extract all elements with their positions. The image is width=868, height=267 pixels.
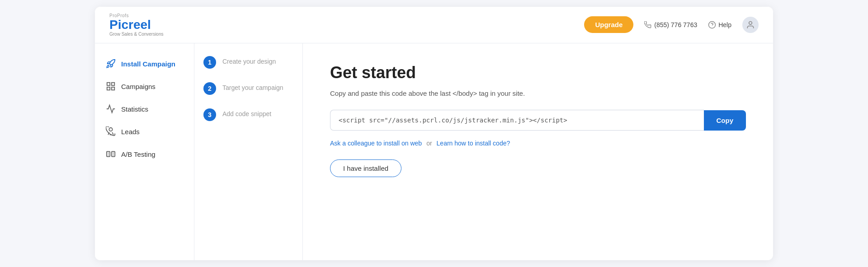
campaigns-icon xyxy=(106,81,116,91)
sidebar: Install Campaign Campaigns Statistics xyxy=(95,43,194,260)
sidebar-item-leads[interactable]: Leads xyxy=(95,120,194,143)
phone-icon xyxy=(644,21,651,28)
svg-rect-5 xyxy=(112,87,114,90)
leads-icon xyxy=(106,126,116,136)
step-3-label: Add code snippet xyxy=(222,108,271,117)
step-3-circle: 3 xyxy=(203,108,216,121)
svg-rect-3 xyxy=(112,83,114,85)
help-area[interactable]: Help xyxy=(708,21,731,29)
header: ProProfs Picreel Grow Sales & Conversion… xyxy=(95,7,773,44)
logo-proprofs: ProProfs xyxy=(109,13,164,18)
body-area: Install Campaign Campaigns Statistics xyxy=(95,43,773,260)
code-snippet-input[interactable] xyxy=(330,110,704,131)
upgrade-button[interactable]: Upgrade xyxy=(584,16,633,33)
sidebar-label-statistics: Statistics xyxy=(121,105,148,113)
page-title: Get started xyxy=(330,63,746,82)
step-1-circle: 1 xyxy=(203,56,216,69)
question-icon xyxy=(708,21,716,29)
ask-colleague-link[interactable]: Ask a colleague to install on web xyxy=(330,140,422,147)
or-label: or xyxy=(426,140,432,147)
main-content: Get started Copy and paste this code abo… xyxy=(303,43,773,260)
install-links: Ask a colleague to install on web or Lea… xyxy=(330,140,746,147)
svg-rect-8 xyxy=(112,152,115,157)
steps-panel: 1 Create your design 2 Target your campa… xyxy=(194,43,303,260)
phone-number: (855) 776 7763 xyxy=(654,21,697,28)
sidebar-item-campaigns[interactable]: Campaigns xyxy=(95,75,194,98)
logo-picreel: Picreel xyxy=(109,18,164,32)
step-1: 1 Create your design xyxy=(203,56,293,69)
svg-point-6 xyxy=(109,128,112,131)
sidebar-item-ab-testing[interactable]: A/B Testing xyxy=(95,143,194,165)
svg-rect-7 xyxy=(107,152,110,157)
statistics-icon xyxy=(106,104,116,114)
rocket-icon xyxy=(106,59,116,69)
phone-area: (855) 776 7763 xyxy=(644,21,697,28)
sidebar-label-campaigns: Campaigns xyxy=(121,83,156,90)
sidebar-item-statistics[interactable]: Statistics xyxy=(95,98,194,120)
help-label: Help xyxy=(718,21,731,28)
svg-point-1 xyxy=(749,21,752,24)
main-subtitle: Copy and paste this code above the last … xyxy=(330,89,746,97)
step-1-label: Create your design xyxy=(222,56,276,65)
step-3: 3 Add code snippet xyxy=(203,108,293,121)
step-2-label: Target your campaign xyxy=(222,82,283,91)
svg-rect-2 xyxy=(107,83,110,85)
logo-area: ProProfs Picreel Grow Sales & Conversion… xyxy=(109,13,164,37)
logo-tagline: Grow Sales & Conversions xyxy=(109,32,164,37)
code-row: Copy xyxy=(330,110,746,131)
header-right: Upgrade (855) 776 7763 Help xyxy=(584,16,759,33)
learn-how-link[interactable]: Learn how to install code? xyxy=(437,140,510,147)
sidebar-label-leads: Leads xyxy=(121,128,140,136)
user-icon xyxy=(746,20,755,29)
svg-rect-4 xyxy=(107,87,110,90)
step-2: 2 Target your campaign xyxy=(203,82,293,95)
sidebar-label-install-campaign: Install Campaign xyxy=(121,60,175,68)
copy-button[interactable]: Copy xyxy=(704,110,746,131)
app-frame: ProProfs Picreel Grow Sales & Conversion… xyxy=(95,7,773,261)
sidebar-label-ab-testing: A/B Testing xyxy=(121,150,156,158)
i-have-installed-button[interactable]: I have installed xyxy=(330,159,401,177)
sidebar-item-install-campaign[interactable]: Install Campaign xyxy=(95,52,194,75)
ab-testing-icon xyxy=(106,149,116,159)
user-avatar[interactable] xyxy=(742,17,759,33)
step-2-circle: 2 xyxy=(203,82,216,95)
